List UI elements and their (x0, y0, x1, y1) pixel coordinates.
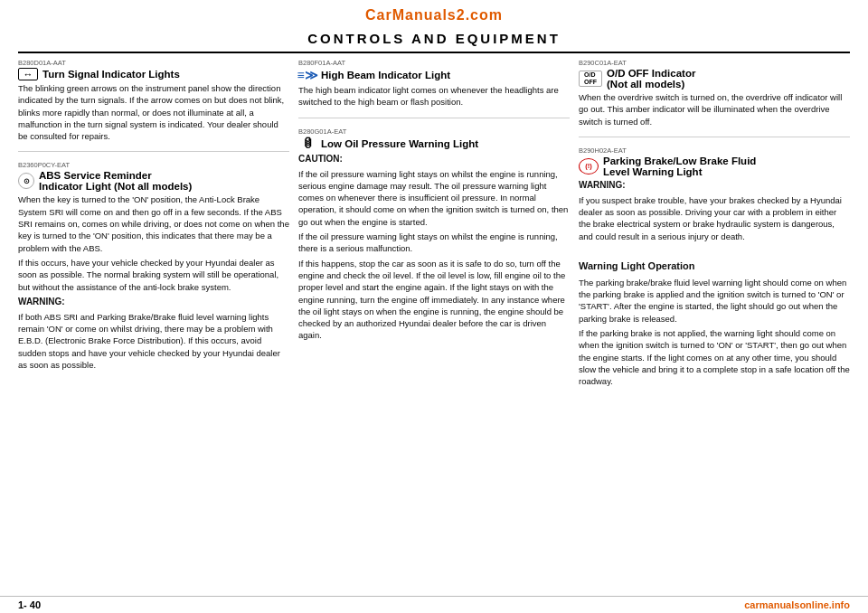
od-body: When the overdrive switch is turned on, … (579, 91, 850, 127)
column-2: B280F01A-AAT ≡≫ High Beam Indicator Ligh… (298, 59, 570, 590)
parking-brake-title: (!) Parking Brake/Low Brake Fluid Level … (579, 156, 850, 177)
content-area: B280D01A-AAT Turn Signal Indicator Light… (0, 53, 868, 596)
oil-body: CAUTION: If the oil pressure warning lig… (298, 153, 570, 342)
column-1: B280D01A-AAT Turn Signal Indicator Light… (18, 59, 289, 590)
od-off-section: B290C01A-EAT O/DOFF O/D OFF Indicator (N… (579, 59, 850, 127)
page-title: CONTROLS AND EQUIPMENT (18, 27, 850, 53)
brake-icon: (!) (579, 158, 599, 174)
highbeam-section: B280F01A-AAT ≡≫ High Beam Indicator Ligh… (298, 59, 570, 108)
page-wrapper: CarManuals2.com CONTROLS AND EQUIPMENT B… (0, 0, 868, 613)
parking-brake-section: B290H02A-EAT (!) Parking Brake/Low Brake… (579, 146, 850, 391)
abs-section: B2360P0CY-EAT ⊙ ABS Service Reminder Ind… (18, 161, 289, 373)
column-3: B290C01A-EAT O/DOFF O/D OFF Indicator (N… (579, 59, 850, 590)
oil-title: 🛢 Low Oil Pressure Warning Light (298, 137, 570, 151)
divider-2 (298, 118, 570, 118)
page-number: 1- 40 (18, 599, 41, 610)
divider-3 (579, 137, 850, 137)
od-title: O/DOFF O/D OFF Indicator (Not all models… (579, 68, 850, 90)
turn-signal-section: B280D01A-AAT Turn Signal Indicator Light… (18, 59, 289, 142)
oil-code: B280G01A-EAT (298, 127, 570, 136)
turn-signal-title: Turn Signal Indicator Lights (18, 68, 289, 80)
od-icon: O/DOFF (579, 71, 602, 87)
top-banner: CarManuals2.com (0, 0, 868, 27)
arrow-icon (18, 68, 38, 80)
banner-text: CarManuals2.com (365, 7, 503, 23)
parking-brake-body: WARNING: If you suspect brake trouble, h… (579, 179, 850, 388)
bottom-bar: 1- 40 carmanualsonline.info (0, 596, 868, 613)
highbeam-title: ≡≫ High Beam Indicator Light (298, 68, 570, 82)
divider-1 (18, 151, 289, 152)
oilcan-icon: 🛢 (298, 137, 316, 151)
oil-pressure-section: B280G01A-EAT 🛢 Low Oil Pressure Warning … (298, 127, 570, 344)
highbeam-icon: ≡≫ (298, 68, 316, 82)
abs-title: ⊙ ABS Service Reminder Indicator Light (… (18, 170, 289, 192)
abs-icon: ⊙ (18, 173, 34, 189)
od-code: B290C01A-EAT (579, 59, 850, 67)
turn-signal-code: B280D01A-AAT (18, 59, 289, 67)
highbeam-code: B280F01A-AAT (298, 59, 570, 67)
abs-code: B2360P0CY-EAT (18, 161, 289, 169)
parking-brake-code: B290H02A-EAT (579, 146, 850, 155)
abs-body: When the key is turned to the 'ON' posit… (18, 193, 289, 371)
bottom-logo: carmanualsonline.info (744, 599, 850, 610)
highbeam-body: The high beam indicator light comes on w… (298, 84, 570, 108)
turn-signal-body: The blinking green arrows on the instrum… (18, 82, 289, 142)
